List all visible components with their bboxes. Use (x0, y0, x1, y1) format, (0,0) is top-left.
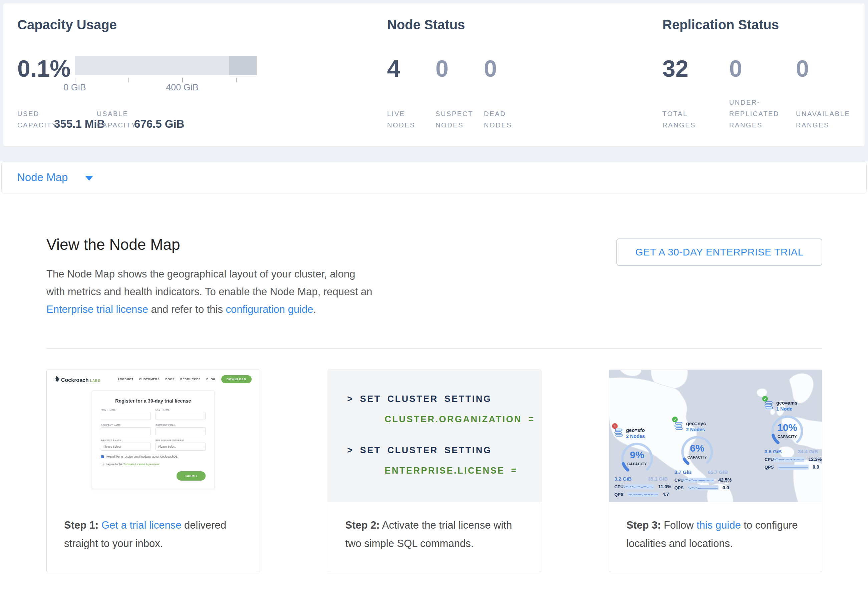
cpu-value: 42.5% (718, 477, 732, 483)
company-name-field (101, 427, 151, 435)
cpu-value: 12.3% (808, 456, 822, 462)
nav-customers: CUSTOMERS (139, 378, 159, 381)
summary-zone: Capacity Usage 0.1% 0 GiB 400 Gi (0, 0, 868, 162)
first-name-field (101, 412, 151, 420)
node-map-preview: 1 geo=sfo 2 Nodes (609, 370, 822, 502)
step3-label: Step 3: (626, 519, 661, 531)
capacity-total: 35.1 GiB (648, 476, 668, 482)
reason-select: Please Select (155, 443, 205, 450)
section-divider (46, 348, 822, 349)
cpu-sparkline (683, 478, 714, 483)
this-guide-link[interactable]: this guide (697, 519, 741, 531)
cockroach-site-thumbnail: Cockroach LABS PRODUCT CUSTOMERS DOCS RE… (47, 370, 260, 502)
email-updates-checkbox (101, 455, 104, 458)
chevron-down-icon[interactable] (85, 176, 93, 181)
qps-sparkline (628, 492, 658, 497)
step3-card: 1 geo=sfo 2 Nodes (609, 369, 822, 572)
gauge-capacity-label: CAPACITY (616, 462, 658, 466)
last-name-label: LAST NAME (155, 409, 205, 411)
get-enterprise-trial-button[interactable]: GET A 30-DAY ENTERPRISE TRIAL (616, 238, 822, 266)
qps-sparkline (778, 465, 809, 469)
cockroach-labs-logo: Cockroach LABS (55, 375, 100, 383)
qps-label: QPS (614, 492, 628, 497)
capacity-total: 65.7 GiB (708, 469, 728, 475)
reason-label: REASON FOR INTEREST (155, 439, 205, 441)
locality-node-count: 1 Node (776, 406, 797, 412)
sql-snippet: > SET CLUSTER SETTING CLUSTER.ORGANIZATI… (328, 370, 541, 502)
cpu-label: CPU (614, 484, 623, 489)
cpu-label: CPU (765, 457, 774, 462)
step2-caption: Step 2: Activate the trial license with … (328, 502, 541, 553)
capacity-percent: 0.1% (17, 53, 75, 84)
total-ranges-value: 32 (663, 53, 729, 84)
nav-resources: RESOURCES (180, 378, 201, 381)
under-replicated-ranges-label: UNDER-REPLICATED RANGES (729, 97, 796, 131)
step2-card: > SET CLUSTER SETTING CLUSTER.ORGANIZATI… (328, 369, 541, 572)
cockroach-bug-icon (55, 375, 60, 382)
node-status-section: Node Status 4 0 0 LIVE NODES SUSPECT NOD… (387, 3, 663, 146)
qps-label: QPS (675, 485, 688, 490)
cpu-label: CPU (675, 478, 683, 483)
locality-node-count: 2 Nodes (626, 433, 645, 439)
site-nav: PRODUCT CUSTOMERS DOCS RESOURCES BLOG DO… (118, 375, 252, 383)
sql-command-2: > SET CLUSTER SETTING (347, 445, 541, 456)
node-map-dropdown[interactable]: Node Map (17, 171, 68, 184)
map-marker-ams: geo=ams 1 Node 10% CAPACITY 3.6 GiB (765, 399, 821, 469)
project-phase-select: Please Select (101, 443, 151, 450)
capacity-used: 3.6 GiB (765, 449, 782, 454)
capacity-total: 34.4 GiB (798, 449, 818, 454)
license-agreement-text: I agree to the Software License Agreemen… (106, 463, 161, 466)
locality-name: geo=nyc (686, 421, 706, 427)
usable-capacity-label: USABLE CAPACITY (97, 108, 131, 131)
capacity-usage-title: Capacity Usage (17, 17, 387, 33)
last-name-field (155, 412, 205, 420)
live-nodes-label: LIVE NODES (387, 108, 435, 131)
step1-screenshot: Cockroach LABS PRODUCT CUSTOMERS DOCS RE… (47, 370, 260, 502)
dead-nodes-value: 0 (484, 53, 532, 84)
company-name-label: COMPANY NAME (101, 424, 151, 426)
gauge-capacity-label: CAPACITY (676, 455, 718, 459)
license-agreement-checkbox (101, 463, 104, 466)
gauge-percent: 9% (616, 449, 658, 461)
cpu-sparkline (623, 484, 654, 489)
get-trial-license-link[interactable]: Get a trial license (102, 519, 182, 531)
dead-nodes-label: DEAD NODES (484, 108, 532, 131)
capacity-axis-labels: 0 GiB 400 GiB (75, 82, 257, 93)
usable-capacity-value: 676.5 GiB (134, 118, 184, 131)
live-nodes-value: 4 (387, 53, 435, 84)
intro-paragraph: The Node Map shows the geographical layo… (46, 265, 375, 318)
replication-status-title: Replication Status (663, 17, 865, 33)
warning-badge-icon: 1 (612, 423, 618, 429)
page-title: View the Node Map (46, 235, 375, 254)
enterprise-trial-license-link[interactable]: Enterprise trial license (46, 303, 148, 315)
capacity-axis-ticks (75, 75, 257, 82)
configuration-guide-link[interactable]: configuration guide (226, 303, 313, 315)
total-ranges-label: TOTAL RANGES (663, 108, 729, 131)
qps-value: 0.0 (722, 485, 729, 490)
capacity-usage-section: Capacity Usage 0.1% 0 GiB 400 Gi (3, 3, 387, 146)
gauge-capacity-label: CAPACITY (766, 434, 808, 438)
gauge-percent: 10% (766, 422, 808, 433)
locality-name: geo=sfo (626, 427, 645, 433)
suspect-nodes-label: SUSPECT NODES (435, 108, 484, 131)
replication-status-section: Replication Status 32 0 0 TOTAL RANGES U… (663, 3, 865, 146)
database-stack-icon (614, 428, 623, 437)
nav-blog: BLOG (206, 378, 216, 381)
used-capacity-value: 355.1 MiB (54, 118, 93, 131)
project-phase-label: PROJECT PHASE (101, 439, 151, 441)
node-map-content: View the Node Map The Node Map shows the… (0, 193, 868, 572)
capacity-bar-track (75, 56, 257, 75)
nav-docs: DOCS (165, 378, 174, 381)
suspect-nodes-value: 0 (435, 53, 484, 84)
step1-caption: Step 1: Get a trial license delivered st… (47, 502, 260, 553)
submit-button: SUBMIT (177, 471, 205, 481)
intro-text-3: . (313, 303, 316, 315)
capacity-bar-dark-segment (229, 56, 257, 75)
map-marker-sfo: 1 geo=sfo 2 Nodes (614, 426, 670, 497)
first-name-label: FIRST NAME (101, 409, 151, 411)
locality-node-count: 2 Nodes (686, 427, 706, 433)
node-status-title: Node Status (387, 17, 663, 33)
locality-name: geo=ams (776, 400, 797, 406)
capacity-gauge: 9% CAPACITY (616, 441, 658, 476)
intro-text-2: and refer to this (148, 303, 226, 315)
